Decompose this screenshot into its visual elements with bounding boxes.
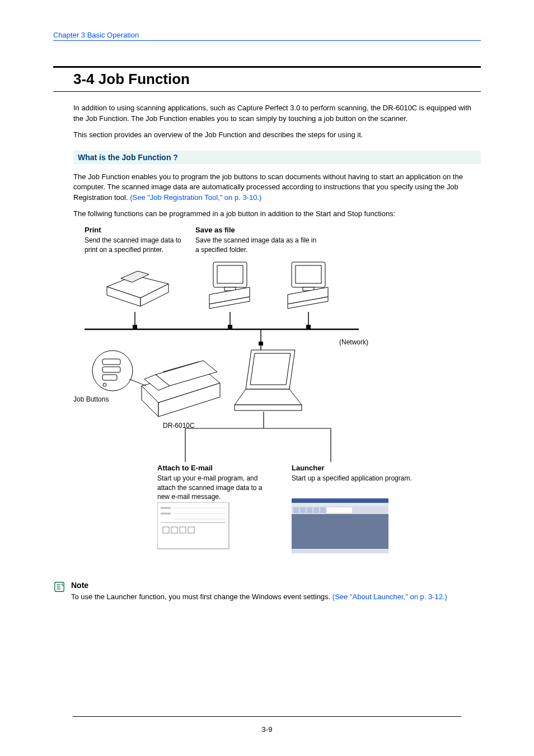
svg-rect-5 (217, 265, 243, 283)
content: In addition to using scanning applicatio… (53, 103, 481, 603)
svg-rect-24 (102, 359, 120, 365)
save-desc: Save the scanned image data as a file in… (195, 236, 316, 253)
svg-rect-52 (171, 527, 177, 533)
svg-rect-65 (292, 549, 388, 553)
title-rule-bottom (53, 91, 481, 92)
job-desc-paragraph: The Job Function enables you to program … (73, 172, 481, 204)
intro-paragraph-1: In addition to using scanning applicatio… (73, 103, 481, 124)
svg-rect-56 (292, 498, 388, 503)
breadcrumb: Chapter 3 Basic Operation (53, 31, 481, 39)
launcher-desc: Start up a specified application program… (292, 474, 412, 482)
page-number: 3-9 (0, 725, 534, 734)
note-heading: Note (71, 581, 447, 590)
svg-rect-26 (102, 375, 117, 380)
svg-rect-44 (157, 502, 229, 549)
section-heading-band: What is the Job Function ? (73, 151, 481, 164)
svg-rect-59 (293, 507, 299, 513)
network-text: (Network) (339, 338, 368, 346)
svg-rect-53 (180, 527, 186, 533)
page-title: 3-4 Job Function (53, 69, 481, 89)
email-desc: Start up your e-mail program, and attach… (157, 474, 262, 500)
note-body: To use the Launcher function, you must f… (71, 592, 447, 603)
svg-line-34 (129, 379, 146, 386)
about-launcher-link[interactable]: (See "About Launcher," on p. 3-12.) (332, 592, 447, 601)
launcher-label: Launcher Start up a specified applicatio… (292, 463, 448, 483)
email-title: Attach to E-mail (157, 463, 269, 473)
bottom-connectors-svg (152, 412, 364, 465)
email-label: Attach to E-mail Start up your e-mail pr… (157, 463, 269, 501)
print-desc: Send the scanned image data to print on … (85, 236, 181, 253)
job-buttons-text: Job Buttons (73, 395, 109, 403)
svg-rect-10 (296, 265, 321, 283)
save-label: Save as file Save the scanned image data… (195, 225, 318, 254)
header-rule (53, 40, 481, 41)
svg-rect-62 (313, 507, 319, 513)
svg-rect-25 (102, 367, 120, 372)
email-window-icon (157, 502, 230, 550)
launcher-window-icon (292, 498, 390, 554)
diagram: Print Send the scanned image data to pri… (73, 225, 481, 570)
svg-rect-51 (163, 527, 169, 533)
note-text: To use the Launcher function, you must f… (71, 592, 332, 601)
print-label: Print Send the scanned image data to pri… (85, 225, 185, 254)
svg-marker-36 (250, 353, 291, 385)
job-registration-link[interactable]: (See "Job Registration Tool," on p. 3-10… (130, 193, 261, 202)
top-network-svg (73, 259, 364, 346)
svg-rect-64 (327, 507, 352, 513)
svg-rect-60 (300, 507, 306, 513)
network-label: (Network) (339, 338, 368, 347)
svg-rect-61 (307, 507, 312, 513)
svg-marker-38 (235, 405, 302, 410)
svg-point-27 (103, 383, 106, 386)
section-heading: What is the Job Function ? (78, 153, 476, 162)
launcher-title: Launcher (292, 463, 448, 473)
note-block: Note To use the Launcher function, you m… (53, 581, 481, 603)
save-title: Save as file (195, 225, 318, 235)
svg-rect-57 (292, 503, 388, 506)
svg-rect-22 (259, 342, 263, 346)
intro-paragraph-2: This section provides an overview of the… (73, 130, 481, 141)
svg-rect-54 (188, 527, 194, 533)
title-rule-top (53, 66, 481, 68)
svg-marker-37 (235, 389, 302, 405)
note-icon (53, 581, 65, 593)
job-desc-paragraph-2: The follwing functions can be programmed… (73, 209, 481, 220)
footer-rule (73, 716, 461, 717)
svg-rect-63 (320, 507, 326, 513)
print-title: Print (85, 225, 185, 235)
job-buttons-label: Job Buttons (73, 395, 109, 404)
